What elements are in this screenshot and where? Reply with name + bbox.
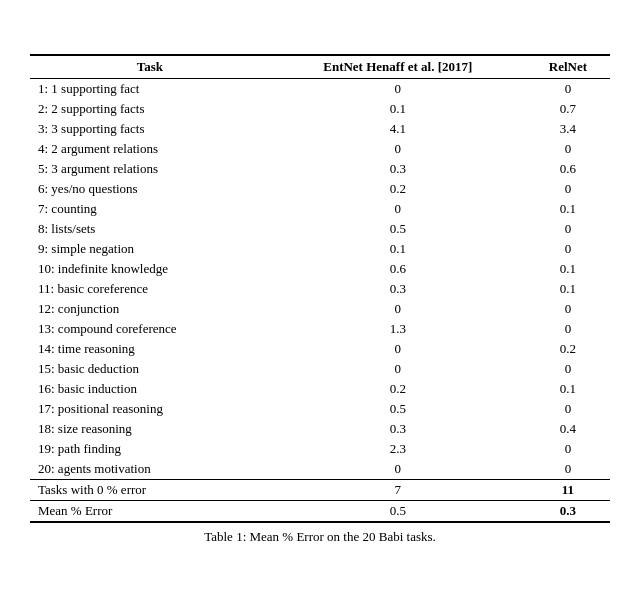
col-header-relnet: RelNet bbox=[526, 55, 610, 79]
entnet-value: 0.3 bbox=[270, 279, 526, 299]
entnet-value: 4.1 bbox=[270, 119, 526, 139]
task-name: 9: simple negation bbox=[30, 239, 270, 259]
relnet-value: 0 bbox=[526, 179, 610, 199]
relnet-value: 0 bbox=[526, 319, 610, 339]
footer-entnet: 0.5 bbox=[270, 501, 526, 523]
task-name: 10: indefinite knowledge bbox=[30, 259, 270, 279]
task-name: 13: compound coreference bbox=[30, 319, 270, 339]
entnet-value: 0 bbox=[270, 139, 526, 159]
relnet-value: 0 bbox=[526, 439, 610, 459]
table-row: 10: indefinite knowledge0.60.1 bbox=[30, 259, 610, 279]
table-row: 6: yes/no questions0.20 bbox=[30, 179, 610, 199]
footer-relnet: 0.3 bbox=[526, 501, 610, 523]
table-row: 18: size reasoning0.30.4 bbox=[30, 419, 610, 439]
footer-label: Tasks with 0 % error bbox=[30, 480, 270, 501]
table-row: 13: compound coreference1.30 bbox=[30, 319, 610, 339]
entnet-value: 0 bbox=[270, 199, 526, 219]
table-row: 1: 1 supporting fact00 bbox=[30, 79, 610, 100]
footer-relnet: 11 bbox=[526, 480, 610, 501]
relnet-value: 0.1 bbox=[526, 259, 610, 279]
relnet-value: 0 bbox=[526, 459, 610, 480]
task-name: 15: basic deduction bbox=[30, 359, 270, 379]
table-row: 9: simple negation0.10 bbox=[30, 239, 610, 259]
relnet-value: 0.1 bbox=[526, 279, 610, 299]
entnet-value: 0.3 bbox=[270, 419, 526, 439]
entnet-value: 1.3 bbox=[270, 319, 526, 339]
task-name: 14: time reasoning bbox=[30, 339, 270, 359]
table-row: 2: 2 supporting facts0.10.7 bbox=[30, 99, 610, 119]
relnet-value: 0 bbox=[526, 359, 610, 379]
entnet-value: 0.2 bbox=[270, 379, 526, 399]
task-name: 2: 2 supporting facts bbox=[30, 99, 270, 119]
task-name: 3: 3 supporting facts bbox=[30, 119, 270, 139]
entnet-value: 0.5 bbox=[270, 399, 526, 419]
col-header-entnet: EntNet Henaff et al. [2017] bbox=[270, 55, 526, 79]
table-row: 16: basic induction0.20.1 bbox=[30, 379, 610, 399]
relnet-value: 0.4 bbox=[526, 419, 610, 439]
entnet-value: 0.3 bbox=[270, 159, 526, 179]
table-row: 15: basic deduction00 bbox=[30, 359, 610, 379]
entnet-value: 0.2 bbox=[270, 179, 526, 199]
task-name: 11: basic coreference bbox=[30, 279, 270, 299]
entnet-value: 0 bbox=[270, 299, 526, 319]
task-name: 12: conjunction bbox=[30, 299, 270, 319]
relnet-value: 0 bbox=[526, 299, 610, 319]
task-name: 20: agents motivation bbox=[30, 459, 270, 480]
relnet-value: 0 bbox=[526, 399, 610, 419]
relnet-value: 0.2 bbox=[526, 339, 610, 359]
footer-row: Tasks with 0 % error711 bbox=[30, 480, 610, 501]
relnet-value: 0.1 bbox=[526, 199, 610, 219]
table-row: 14: time reasoning00.2 bbox=[30, 339, 610, 359]
task-name: 19: path finding bbox=[30, 439, 270, 459]
results-table: Task EntNet Henaff et al. [2017] RelNet … bbox=[30, 54, 610, 523]
table-row: 19: path finding2.30 bbox=[30, 439, 610, 459]
table-row: 5: 3 argument relations0.30.6 bbox=[30, 159, 610, 179]
table-row: 7: counting00.1 bbox=[30, 199, 610, 219]
table-row: 20: agents motivation00 bbox=[30, 459, 610, 480]
table-row: 3: 3 supporting facts4.13.4 bbox=[30, 119, 610, 139]
relnet-value: 0.1 bbox=[526, 379, 610, 399]
task-name: 18: size reasoning bbox=[30, 419, 270, 439]
relnet-value: 0 bbox=[526, 239, 610, 259]
task-name: 1: 1 supporting fact bbox=[30, 79, 270, 100]
table-caption: Table 1: Mean % Error on the 20 Babi tas… bbox=[30, 529, 610, 545]
task-name: 8: lists/sets bbox=[30, 219, 270, 239]
entnet-value: 0.6 bbox=[270, 259, 526, 279]
entnet-value: 2.3 bbox=[270, 439, 526, 459]
entnet-value: 0 bbox=[270, 359, 526, 379]
footer-entnet: 7 bbox=[270, 480, 526, 501]
task-name: 7: counting bbox=[30, 199, 270, 219]
table-row: 11: basic coreference0.30.1 bbox=[30, 279, 610, 299]
footer-label: Mean % Error bbox=[30, 501, 270, 523]
table-row: 12: conjunction00 bbox=[30, 299, 610, 319]
task-name: 6: yes/no questions bbox=[30, 179, 270, 199]
col-header-task: Task bbox=[30, 55, 270, 79]
relnet-value: 3.4 bbox=[526, 119, 610, 139]
table-row: 8: lists/sets0.50 bbox=[30, 219, 610, 239]
relnet-value: 0 bbox=[526, 219, 610, 239]
relnet-value: 0 bbox=[526, 79, 610, 100]
table-row: 17: positional reasoning0.50 bbox=[30, 399, 610, 419]
entnet-value: 0 bbox=[270, 79, 526, 100]
task-name: 5: 3 argument relations bbox=[30, 159, 270, 179]
relnet-value: 0.6 bbox=[526, 159, 610, 179]
task-name: 16: basic induction bbox=[30, 379, 270, 399]
footer-row: Mean % Error0.50.3 bbox=[30, 501, 610, 523]
task-name: 4: 2 argument relations bbox=[30, 139, 270, 159]
relnet-value: 0 bbox=[526, 139, 610, 159]
table-container: Task EntNet Henaff et al. [2017] RelNet … bbox=[30, 54, 610, 545]
entnet-value: 0.5 bbox=[270, 219, 526, 239]
entnet-value: 0 bbox=[270, 339, 526, 359]
entnet-value: 0 bbox=[270, 459, 526, 480]
table-row: 4: 2 argument relations00 bbox=[30, 139, 610, 159]
entnet-value: 0.1 bbox=[270, 99, 526, 119]
entnet-value: 0.1 bbox=[270, 239, 526, 259]
relnet-value: 0.7 bbox=[526, 99, 610, 119]
task-name: 17: positional reasoning bbox=[30, 399, 270, 419]
